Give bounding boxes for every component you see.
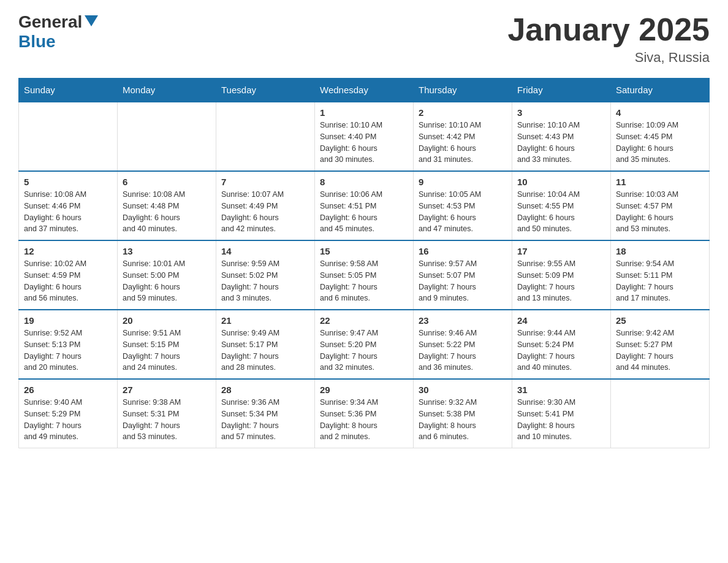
calendar-cell: 9Sunrise: 10:05 AM Sunset: 4:53 PM Dayli… (414, 171, 512, 240)
day-info: Sunrise: 10:10 AM Sunset: 4:43 PM Daylig… (517, 120, 605, 166)
day-number: 3 (517, 107, 605, 118)
day-number: 10 (517, 177, 605, 187)
page-header: General Blue January 2025 Siva, Russia (18, 12, 710, 66)
day-number: 19 (24, 315, 112, 326)
day-number: 16 (419, 246, 507, 256)
day-number: 12 (24, 246, 112, 256)
day-info: Sunrise: 9:42 AM Sunset: 5:27 PM Dayligh… (616, 327, 704, 373)
header-sunday: Sunday (19, 79, 118, 102)
calendar-cell: 3Sunrise: 10:10 AM Sunset: 4:43 PM Dayli… (512, 102, 611, 171)
day-number: 27 (123, 385, 211, 395)
day-number: 30 (419, 385, 507, 395)
calendar-cell: 30Sunrise: 9:32 AM Sunset: 5:38 PM Dayli… (414, 379, 512, 448)
day-info: Sunrise: 9:38 AM Sunset: 5:31 PM Dayligh… (123, 397, 211, 443)
calendar-cell: 11Sunrise: 10:03 AM Sunset: 4:57 PM Dayl… (611, 171, 710, 240)
day-info: Sunrise: 10:01 AM Sunset: 5:00 PM Daylig… (123, 258, 211, 304)
week-row-2: 5Sunrise: 10:08 AM Sunset: 4:46 PM Dayli… (19, 171, 710, 240)
day-info: Sunrise: 9:54 AM Sunset: 5:11 PM Dayligh… (616, 258, 704, 304)
day-info: Sunrise: 10:05 AM Sunset: 4:53 PM Daylig… (419, 189, 507, 235)
day-info: Sunrise: 10:08 AM Sunset: 4:48 PM Daylig… (123, 189, 211, 235)
calendar-cell: 14Sunrise: 9:59 AM Sunset: 5:02 PM Dayli… (216, 240, 315, 310)
day-info: Sunrise: 9:58 AM Sunset: 5:05 PM Dayligh… (320, 258, 408, 304)
week-row-5: 26Sunrise: 9:40 AM Sunset: 5:29 PM Dayli… (19, 379, 710, 448)
day-info: Sunrise: 10:04 AM Sunset: 4:55 PM Daylig… (517, 189, 605, 235)
header-friday: Friday (512, 79, 611, 102)
calendar-cell: 12Sunrise: 10:02 AM Sunset: 4:59 PM Dayl… (19, 240, 118, 310)
day-number: 20 (123, 315, 211, 326)
day-number: 11 (616, 177, 704, 187)
calendar-cell: 7Sunrise: 10:07 AM Sunset: 4:49 PM Dayli… (216, 171, 315, 240)
calendar-table: SundayMondayTuesdayWednesdayThursdayFrid… (18, 78, 710, 448)
day-info: Sunrise: 10:08 AM Sunset: 4:46 PM Daylig… (24, 189, 112, 235)
calendar-cell (118, 102, 216, 171)
day-info: Sunrise: 9:46 AM Sunset: 5:22 PM Dayligh… (419, 327, 507, 373)
calendar-cell: 19Sunrise: 9:52 AM Sunset: 5:13 PM Dayli… (19, 310, 118, 379)
day-number: 9 (419, 177, 507, 187)
day-number: 28 (221, 385, 309, 395)
logo-general-text: General (18, 12, 82, 32)
logo-triangle-icon (85, 15, 98, 29)
day-info: Sunrise: 10:10 AM Sunset: 4:40 PM Daylig… (320, 120, 408, 166)
day-number: 6 (123, 177, 211, 187)
calendar-cell: 13Sunrise: 10:01 AM Sunset: 5:00 PM Dayl… (118, 240, 216, 310)
day-info: Sunrise: 9:30 AM Sunset: 5:41 PM Dayligh… (517, 397, 605, 443)
day-number: 14 (221, 246, 309, 256)
day-number: 29 (320, 385, 408, 395)
calendar-cell: 2Sunrise: 10:10 AM Sunset: 4:42 PM Dayli… (414, 102, 512, 171)
calendar-cell: 10Sunrise: 10:04 AM Sunset: 4:55 PM Dayl… (512, 171, 611, 240)
calendar-cell (19, 102, 118, 171)
day-info: Sunrise: 9:47 AM Sunset: 5:20 PM Dayligh… (320, 327, 408, 373)
day-info: Sunrise: 9:32 AM Sunset: 5:38 PM Dayligh… (419, 397, 507, 443)
day-number: 22 (320, 315, 408, 326)
day-info: Sunrise: 9:57 AM Sunset: 5:07 PM Dayligh… (419, 258, 507, 304)
day-number: 21 (221, 315, 309, 326)
calendar-cell: 24Sunrise: 9:44 AM Sunset: 5:24 PM Dayli… (512, 310, 611, 379)
week-row-1: 1Sunrise: 10:10 AM Sunset: 4:40 PM Dayli… (19, 102, 710, 171)
day-info: Sunrise: 9:36 AM Sunset: 5:34 PM Dayligh… (221, 397, 309, 443)
header-tuesday: Tuesday (216, 79, 315, 102)
day-info: Sunrise: 10:06 AM Sunset: 4:51 PM Daylig… (320, 189, 408, 235)
header-monday: Monday (118, 79, 216, 102)
calendar-title: January 2025 (507, 12, 710, 47)
logo: General Blue (18, 12, 98, 52)
week-row-4: 19Sunrise: 9:52 AM Sunset: 5:13 PM Dayli… (19, 310, 710, 379)
title-section: January 2025 Siva, Russia (507, 12, 710, 66)
calendar-cell: 6Sunrise: 10:08 AM Sunset: 4:48 PM Dayli… (118, 171, 216, 240)
calendar-cell: 21Sunrise: 9:49 AM Sunset: 5:17 PM Dayli… (216, 310, 315, 379)
day-number: 23 (419, 315, 507, 326)
day-number: 8 (320, 177, 408, 187)
header-wednesday: Wednesday (315, 79, 414, 102)
day-info: Sunrise: 10:02 AM Sunset: 4:59 PM Daylig… (24, 258, 112, 304)
day-info: Sunrise: 9:59 AM Sunset: 5:02 PM Dayligh… (221, 258, 309, 304)
header-thursday: Thursday (414, 79, 512, 102)
day-number: 17 (517, 246, 605, 256)
day-info: Sunrise: 9:40 AM Sunset: 5:29 PM Dayligh… (24, 397, 112, 443)
calendar-cell: 15Sunrise: 9:58 AM Sunset: 5:05 PM Dayli… (315, 240, 414, 310)
header-saturday: Saturday (611, 79, 710, 102)
calendar-cell: 20Sunrise: 9:51 AM Sunset: 5:15 PM Dayli… (118, 310, 216, 379)
calendar-cell: 28Sunrise: 9:36 AM Sunset: 5:34 PM Dayli… (216, 379, 315, 448)
day-info: Sunrise: 9:49 AM Sunset: 5:17 PM Dayligh… (221, 327, 309, 373)
day-number: 15 (320, 246, 408, 256)
day-info: Sunrise: 9:34 AM Sunset: 5:36 PM Dayligh… (320, 397, 408, 443)
day-number: 18 (616, 246, 704, 256)
day-info: Sunrise: 10:07 AM Sunset: 4:49 PM Daylig… (221, 189, 309, 235)
calendar-cell: 8Sunrise: 10:06 AM Sunset: 4:51 PM Dayli… (315, 171, 414, 240)
calendar-cell: 16Sunrise: 9:57 AM Sunset: 5:07 PM Dayli… (414, 240, 512, 310)
calendar-cell: 18Sunrise: 9:54 AM Sunset: 5:11 PM Dayli… (611, 240, 710, 310)
day-number: 31 (517, 385, 605, 395)
day-number: 25 (616, 315, 704, 326)
calendar-cell (216, 102, 315, 171)
day-number: 7 (221, 177, 309, 187)
calendar-cell: 17Sunrise: 9:55 AM Sunset: 5:09 PM Dayli… (512, 240, 611, 310)
calendar-cell: 31Sunrise: 9:30 AM Sunset: 5:41 PM Dayli… (512, 379, 611, 448)
calendar-cell: 1Sunrise: 10:10 AM Sunset: 4:40 PM Dayli… (315, 102, 414, 171)
day-number: 5 (24, 177, 112, 187)
day-info: Sunrise: 10:03 AM Sunset: 4:57 PM Daylig… (616, 189, 704, 235)
day-info: Sunrise: 9:44 AM Sunset: 5:24 PM Dayligh… (517, 327, 605, 373)
calendar-cell: 27Sunrise: 9:38 AM Sunset: 5:31 PM Dayli… (118, 379, 216, 448)
calendar-cell: 26Sunrise: 9:40 AM Sunset: 5:29 PM Dayli… (19, 379, 118, 448)
calendar-cell: 4Sunrise: 10:09 AM Sunset: 4:45 PM Dayli… (611, 102, 710, 171)
day-number: 2 (419, 107, 507, 118)
calendar-cell: 29Sunrise: 9:34 AM Sunset: 5:36 PM Dayli… (315, 379, 414, 448)
